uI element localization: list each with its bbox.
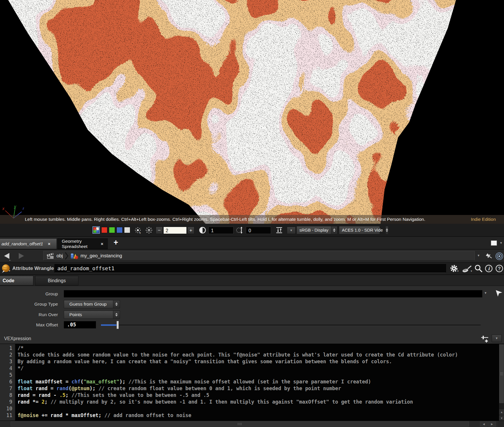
edition-label: Indie Edition <box>471 217 496 222</box>
axis-y-label: y <box>14 204 16 209</box>
code-lines[interactable]: /*This code this adds some random value … <box>16 344 499 421</box>
scroll-right-button[interactable]: ▶ <box>488 421 496 426</box>
line-number: 4 <box>0 365 15 372</box>
node-icon-dropdown[interactable]: ▾ <box>9 269 10 272</box>
follow-selection-icon[interactable] <box>495 252 504 261</box>
tab-geometry-spreadsheet[interactable]: Geometry Spreadsheet × <box>57 238 108 249</box>
vex-code-editor[interactable]: 1234567891011 /*This code this adds some… <box>0 344 504 421</box>
swatch-red[interactable] <box>101 227 107 233</box>
vexpression-label: VEXpression <box>4 336 31 341</box>
code-line: /* <box>16 345 499 352</box>
level-input[interactable]: 2 <box>163 227 187 234</box>
group-type-select[interactable]: Guess from Group <box>64 300 120 308</box>
parameters-panel: Group ▼ Group Type Guess from Group Run … <box>0 286 504 333</box>
swatch-green[interactable] <box>109 227 115 233</box>
code-line <box>16 406 499 412</box>
forward-arrow-icon[interactable] <box>16 252 26 261</box>
vscroll-thumb[interactable] <box>499 345 504 403</box>
add-spare-parameter-icon[interactable] <box>481 335 489 343</box>
path-bar: obj my_geo_instancing ▼ <box>0 249 504 262</box>
swatch-center-dot <box>95 229 97 231</box>
pin-icon[interactable] <box>485 252 493 261</box>
max-offset-slider-track[interactable] <box>101 325 481 326</box>
contrast-icon[interactable] <box>198 226 207 234</box>
toolbar-more-dropdown[interactable]: ▼ <box>287 227 296 234</box>
max-offset-input[interactable]: .05 <box>64 321 96 328</box>
line-number: 3 <box>0 359 15 365</box>
ocio-select[interactable]: ACES 1.0 - SDR Vide <box>339 226 380 234</box>
tab-bindings[interactable]: Bindings <box>35 276 78 285</box>
level-decrease-button[interactable]: − <box>156 227 163 234</box>
info-icon[interactable]: i <box>485 264 493 273</box>
hscroll-thumb[interactable] <box>11 421 469 426</box>
group-input[interactable] <box>64 290 482 297</box>
scroll-up-button[interactable]: ▲ <box>499 409 504 415</box>
sun-dropdown-arrow[interactable]: ▾ <box>139 232 141 235</box>
swatch-blue[interactable] <box>116 227 123 233</box>
pane-maximize-button[interactable] <box>491 240 497 246</box>
code-vertical-scrollbar[interactable]: ▲ ▼ <box>499 344 504 421</box>
display-toolbar: ▾ − 2 + 1 0 <box>0 224 504 237</box>
run-over-label: Run Over <box>0 312 58 317</box>
group-type-value: Guess from Group <box>64 300 113 308</box>
colorspace-spinner[interactable] <box>331 226 337 234</box>
code-line: By adding a random value here, I can cre… <box>16 359 499 365</box>
scroll-grip <box>500 372 503 376</box>
swatch-multi-color[interactable] <box>93 227 99 233</box>
run-over-spinner[interactable] <box>113 311 120 318</box>
line-number: 9 <box>0 399 15 406</box>
line-number: 7 <box>0 385 15 392</box>
node-name-input[interactable]: add_random_offset1 <box>54 264 446 273</box>
group-label: Group <box>0 291 58 297</box>
pane-menu-dropdown[interactable]: ▼ <box>500 242 503 245</box>
tab-code[interactable]: Code <box>0 276 33 285</box>
breadcrumb-separator <box>65 252 68 260</box>
geometry-node-icon <box>70 252 78 260</box>
obj-network-icon <box>46 252 54 259</box>
vexpression-menu-dropdown[interactable]: ▼ <box>492 335 502 342</box>
code-line: This code this adds some random value to… <box>16 352 499 359</box>
line-number: 5 <box>0 372 15 379</box>
ocio-spinner[interactable] <box>385 226 388 234</box>
group-type-spinner[interactable] <box>113 300 120 308</box>
paint-pan-icon[interactable] <box>462 264 472 273</box>
tab-close-icon[interactable]: × <box>101 241 103 246</box>
param-tab-bar: Code Bindings <box>0 275 504 286</box>
new-tab-button[interactable]: + <box>114 238 118 247</box>
code-gutter: 1234567891011 <box>0 344 15 421</box>
code-line: float rand = rand(@ptnum); // create ran… <box>16 385 499 392</box>
back-arrow-icon[interactable] <box>2 252 12 261</box>
scroll-down-button[interactable]: ▼ <box>499 415 504 421</box>
code-line: rand *= 2; // multiply rand by 2, so it'… <box>16 399 499 406</box>
line-number: 11 <box>0 412 15 419</box>
max-offset-slider-handle[interactable] <box>116 321 119 329</box>
code-horizontal-scrollbar[interactable]: ◀ ▶ <box>0 421 504 427</box>
axis-x-label: x <box>2 206 5 211</box>
viewport-3d[interactable]: x y z Left mouse tumbles. Middle pans. R… <box>0 0 504 224</box>
brightness-input[interactable]: 0 <box>246 227 271 234</box>
tab-add-random-offset1[interactable]: add_random_offset1 × <box>0 238 57 249</box>
brightness-adjust-icon[interactable] <box>236 226 244 234</box>
tab-close-icon[interactable]: × <box>48 241 50 246</box>
svg-text:?: ? <box>498 266 501 271</box>
swatch-white[interactable] <box>124 227 130 233</box>
colorspace-select[interactable]: sRGB - Display <box>296 226 337 234</box>
breadcrumb-context[interactable]: obj <box>56 253 63 259</box>
node-type-label: Attribute Wrangle <box>12 266 54 271</box>
breadcrumb-node[interactable]: my_geo_instancing <box>80 253 122 259</box>
level-increase-button[interactable]: + <box>187 227 194 234</box>
range-clamp-icon[interactable] <box>275 226 283 234</box>
run-over-select[interactable]: Points <box>64 311 120 319</box>
gamma-sun-icon[interactable] <box>145 226 153 234</box>
pan-dropdown-arrow[interactable]: ▾ <box>471 270 472 273</box>
group-select-arrow-icon[interactable] <box>495 289 503 297</box>
contrast-input[interactable]: 1 <box>208 227 234 234</box>
group-dropdown-arrow[interactable]: ▼ <box>484 292 487 295</box>
scroll-left-button[interactable]: ◀ <box>480 421 488 426</box>
path-dropdown-arrow[interactable]: ▼ <box>477 254 480 257</box>
gear-dropdown-arrow[interactable]: ▾ <box>457 270 459 273</box>
search-icon[interactable] <box>474 264 483 273</box>
help-icon[interactable]: ? <box>495 264 503 273</box>
colorspace-value: sRGB - Display <box>297 226 331 234</box>
path-field[interactable]: obj my_geo_instancing <box>43 251 475 261</box>
